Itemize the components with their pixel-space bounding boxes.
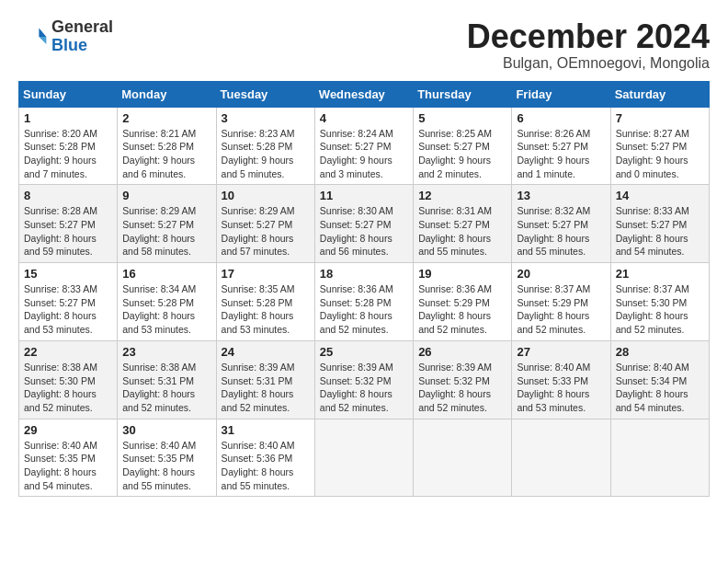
day-number: 26 <box>418 345 506 359</box>
logo-general-text: General <box>51 17 113 36</box>
calendar-day-16: 16Sunrise: 8:34 AM Sunset: 5:28 PM Dayli… <box>118 263 216 341</box>
calendar-day-1: 1Sunrise: 8:20 AM Sunset: 5:28 PM Daylig… <box>19 107 118 185</box>
calendar-day-18: 18Sunrise: 8:36 AM Sunset: 5:28 PM Dayli… <box>314 263 413 341</box>
calendar-day-17: 17Sunrise: 8:35 AM Sunset: 5:28 PM Dayli… <box>216 263 314 341</box>
location: Bulgan, OEmnoegovi, Mongolia <box>467 55 710 72</box>
calendar-day-13: 13Sunrise: 8:32 AM Sunset: 5:27 PM Dayli… <box>512 185 610 263</box>
day-info: Sunrise: 8:21 AM Sunset: 5:28 PM Dayligh… <box>122 127 210 181</box>
calendar-day-6: 6Sunrise: 8:26 AM Sunset: 5:27 PM Daylig… <box>512 107 610 185</box>
day-info: Sunrise: 8:40 AM Sunset: 5:35 PM Dayligh… <box>24 439 112 493</box>
day-info: Sunrise: 8:38 AM Sunset: 5:31 PM Dayligh… <box>122 361 210 415</box>
day-number: 12 <box>418 189 506 202</box>
day-info: Sunrise: 8:37 AM Sunset: 5:29 PM Dayligh… <box>517 282 605 337</box>
day-info: Sunrise: 8:33 AM Sunset: 5:27 PM Dayligh… <box>24 282 112 337</box>
day-number: 3 <box>222 111 310 125</box>
day-info: Sunrise: 8:40 AM Sunset: 5:36 PM Dayligh… <box>222 439 310 493</box>
col-header-monday: Monday <box>118 81 216 107</box>
calendar-day-28: 28Sunrise: 8:40 AM Sunset: 5:34 PM Dayli… <box>610 340 709 419</box>
day-info: Sunrise: 8:20 AM Sunset: 5:28 PM Dayligh… <box>24 127 112 181</box>
day-info: Sunrise: 8:32 AM Sunset: 5:27 PM Dayligh… <box>517 204 605 259</box>
calendar-day-24: 24Sunrise: 8:39 AM Sunset: 5:31 PM Dayli… <box>216 340 314 419</box>
svg-marker-1 <box>39 37 46 44</box>
logo-blue-text: Blue <box>51 36 87 54</box>
day-number: 24 <box>222 345 310 359</box>
day-number: 2 <box>122 111 210 125</box>
day-info: Sunrise: 8:40 AM Sunset: 5:34 PM Dayligh… <box>616 361 704 415</box>
calendar-header-row: SundayMondayTuesdayWednesdayThursdayFrid… <box>19 81 710 107</box>
day-number: 27 <box>517 345 605 359</box>
day-number: 14 <box>616 189 704 202</box>
col-header-wednesday: Wednesday <box>314 81 413 107</box>
day-number: 28 <box>616 345 704 359</box>
calendar-day-14: 14Sunrise: 8:33 AM Sunset: 5:27 PM Dayli… <box>610 185 709 263</box>
month-title: December 2024 <box>467 18 710 55</box>
logo-icon <box>18 22 48 52</box>
day-info: Sunrise: 8:31 AM Sunset: 5:27 PM Dayligh… <box>418 204 506 259</box>
title-area: December 2024 Bulgan, OEmnoegovi, Mongol… <box>467 18 710 72</box>
calendar-week-3: 15Sunrise: 8:33 AM Sunset: 5:27 PM Dayli… <box>19 263 710 341</box>
header: General Blue December 2024 Bulgan, OEmno… <box>18 18 710 72</box>
day-info: Sunrise: 8:38 AM Sunset: 5:30 PM Dayligh… <box>24 361 112 415</box>
logo: General Blue <box>18 18 113 55</box>
calendar-day-2: 2Sunrise: 8:21 AM Sunset: 5:28 PM Daylig… <box>118 107 216 185</box>
empty-cell <box>512 419 610 497</box>
day-number: 11 <box>320 189 408 202</box>
calendar-day-26: 26Sunrise: 8:39 AM Sunset: 5:32 PM Dayli… <box>414 340 512 419</box>
logo-text: General Blue <box>51 18 113 55</box>
day-number: 6 <box>517 111 605 125</box>
day-number: 13 <box>517 189 605 202</box>
day-info: Sunrise: 8:36 AM Sunset: 5:28 PM Dayligh… <box>320 282 408 337</box>
day-number: 7 <box>616 111 704 125</box>
day-number: 15 <box>24 267 112 281</box>
calendar-day-5: 5Sunrise: 8:25 AM Sunset: 5:27 PM Daylig… <box>414 107 512 185</box>
day-info: Sunrise: 8:34 AM Sunset: 5:28 PM Dayligh… <box>122 282 210 337</box>
svg-marker-0 <box>39 28 46 37</box>
calendar-day-11: 11Sunrise: 8:30 AM Sunset: 5:27 PM Dayli… <box>314 185 413 263</box>
day-info: Sunrise: 8:26 AM Sunset: 5:27 PM Dayligh… <box>517 127 605 181</box>
calendar-day-8: 8Sunrise: 8:28 AM Sunset: 5:27 PM Daylig… <box>19 185 118 263</box>
day-info: Sunrise: 8:28 AM Sunset: 5:27 PM Dayligh… <box>24 204 112 259</box>
calendar-day-15: 15Sunrise: 8:33 AM Sunset: 5:27 PM Dayli… <box>19 263 118 341</box>
day-info: Sunrise: 8:37 AM Sunset: 5:30 PM Dayligh… <box>616 282 704 337</box>
day-number: 23 <box>122 345 210 359</box>
day-number: 9 <box>122 189 210 202</box>
day-number: 18 <box>320 267 408 281</box>
calendar-day-4: 4Sunrise: 8:24 AM Sunset: 5:27 PM Daylig… <box>314 107 413 185</box>
calendar-day-9: 9Sunrise: 8:29 AM Sunset: 5:27 PM Daylig… <box>118 185 216 263</box>
calendar-week-1: 1Sunrise: 8:20 AM Sunset: 5:28 PM Daylig… <box>19 107 710 185</box>
col-header-friday: Friday <box>512 81 610 107</box>
calendar-day-19: 19Sunrise: 8:36 AM Sunset: 5:29 PM Dayli… <box>414 263 512 341</box>
calendar-week-5: 29Sunrise: 8:40 AM Sunset: 5:35 PM Dayli… <box>19 419 710 497</box>
day-number: 17 <box>222 267 310 281</box>
calendar-day-27: 27Sunrise: 8:40 AM Sunset: 5:33 PM Dayli… <box>512 340 610 419</box>
day-info: Sunrise: 8:40 AM Sunset: 5:35 PM Dayligh… <box>122 439 210 493</box>
day-info: Sunrise: 8:30 AM Sunset: 5:27 PM Dayligh… <box>320 204 408 259</box>
day-info: Sunrise: 8:23 AM Sunset: 5:28 PM Dayligh… <box>222 127 310 181</box>
calendar-day-3: 3Sunrise: 8:23 AM Sunset: 5:28 PM Daylig… <box>216 107 314 185</box>
calendar-day-31: 31Sunrise: 8:40 AM Sunset: 5:36 PM Dayli… <box>216 419 314 497</box>
col-header-tuesday: Tuesday <box>216 81 314 107</box>
empty-cell <box>610 419 709 497</box>
calendar-table: SundayMondayTuesdayWednesdayThursdayFrid… <box>18 81 710 498</box>
day-info: Sunrise: 8:29 AM Sunset: 5:27 PM Dayligh… <box>122 204 210 259</box>
calendar-week-2: 8Sunrise: 8:28 AM Sunset: 5:27 PM Daylig… <box>19 185 710 263</box>
calendar-day-29: 29Sunrise: 8:40 AM Sunset: 5:35 PM Dayli… <box>19 419 118 497</box>
day-info: Sunrise: 8:40 AM Sunset: 5:33 PM Dayligh… <box>517 361 605 415</box>
calendar-day-23: 23Sunrise: 8:38 AM Sunset: 5:31 PM Dayli… <box>118 340 216 419</box>
day-number: 25 <box>320 345 408 359</box>
day-number: 20 <box>517 267 605 281</box>
day-number: 30 <box>122 423 210 437</box>
day-number: 5 <box>418 111 506 125</box>
day-info: Sunrise: 8:25 AM Sunset: 5:27 PM Dayligh… <box>418 127 506 181</box>
day-info: Sunrise: 8:36 AM Sunset: 5:29 PM Dayligh… <box>418 282 506 337</box>
calendar-day-10: 10Sunrise: 8:29 AM Sunset: 5:27 PM Dayli… <box>216 185 314 263</box>
col-header-sunday: Sunday <box>19 81 118 107</box>
day-info: Sunrise: 8:33 AM Sunset: 5:27 PM Dayligh… <box>616 204 704 259</box>
day-info: Sunrise: 8:39 AM Sunset: 5:32 PM Dayligh… <box>418 361 506 415</box>
day-info: Sunrise: 8:39 AM Sunset: 5:32 PM Dayligh… <box>320 361 408 415</box>
day-info: Sunrise: 8:29 AM Sunset: 5:27 PM Dayligh… <box>222 204 310 259</box>
calendar-day-21: 21Sunrise: 8:37 AM Sunset: 5:30 PM Dayli… <box>610 263 709 341</box>
empty-cell <box>314 419 413 497</box>
calendar-day-20: 20Sunrise: 8:37 AM Sunset: 5:29 PM Dayli… <box>512 263 610 341</box>
calendar-week-4: 22Sunrise: 8:38 AM Sunset: 5:30 PM Dayli… <box>19 340 710 419</box>
